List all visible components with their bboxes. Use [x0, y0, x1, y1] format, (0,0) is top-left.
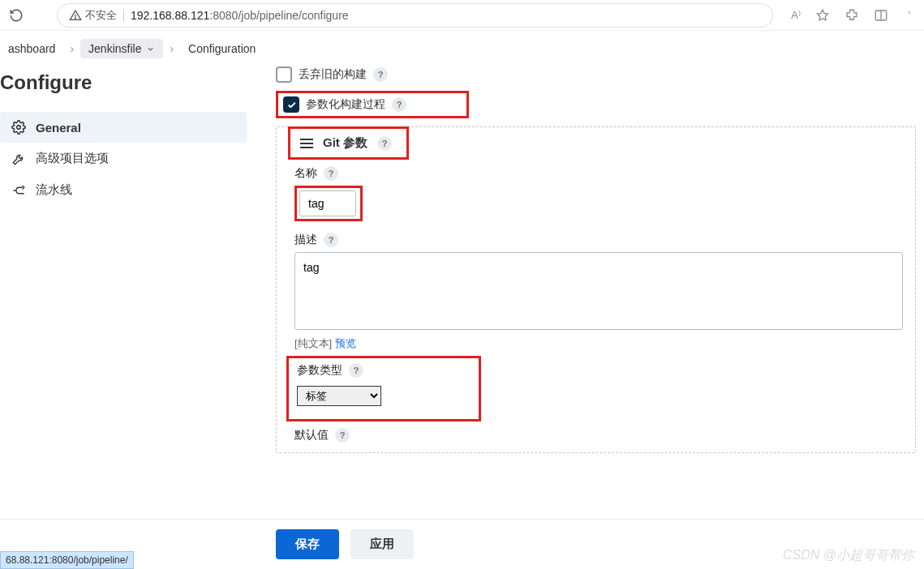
apply-button[interactable]: 应用: [350, 529, 414, 559]
plaintext-label: [纯文本]: [294, 337, 335, 349]
browser-toolbar: 不安全 192.168.88.121:8080/job/pipeline/con…: [0, 0, 924, 31]
divider: [123, 9, 124, 22]
insecure-label: 不安全: [85, 8, 117, 23]
discard-label: 丢弃旧的构建: [299, 67, 367, 82]
param-type-select[interactable]: 标签: [297, 386, 381, 406]
main-area: Configure General 高级项目选项 流水线: [0, 66, 924, 530]
name-field-block: 名称 ?: [277, 160, 915, 226]
extension-icon[interactable]: [844, 8, 859, 23]
name-label: 名称: [294, 166, 317, 181]
preview-row: [纯文本] 预览: [294, 336, 915, 351]
toolbar-icons: A⁾: [791, 8, 918, 23]
git-param-header[interactable]: Git 参数 ?: [288, 126, 409, 160]
chevron-right-icon: ›: [170, 42, 174, 55]
url-display: 192.168.88.121:8080/job/pipeline/configu…: [131, 9, 349, 22]
warning-icon: [69, 9, 82, 22]
sidebar-item-pipeline[interactable]: 流水线: [0, 174, 247, 206]
wrench-icon: [11, 152, 26, 166]
drag-handle-icon[interactable]: [300, 139, 313, 148]
text-size-button[interactable]: A⁾: [791, 9, 801, 21]
param-type-block: 参数类型 ? 标签: [286, 356, 481, 421]
pipeline-icon: [11, 183, 26, 198]
chevron-down-icon: [146, 45, 155, 53]
svg-point-3: [17, 126, 21, 130]
address-bar[interactable]: 不安全 192.168.88.121:8080/job/pipeline/con…: [57, 3, 773, 28]
breadcrumb-label: Jenkinsfile: [88, 42, 141, 55]
breadcrumb: ashboard › Jenkinsfile › Configuration: [0, 31, 924, 66]
sidebar-item-advanced[interactable]: 高级项目选项: [0, 143, 247, 174]
preview-link[interactable]: 预览: [335, 337, 356, 349]
save-button[interactable]: 保存: [276, 529, 339, 559]
sidebar-icon[interactable]: [874, 8, 888, 23]
help-icon[interactable]: ?: [349, 363, 363, 378]
sidebar-item-label: General: [36, 121, 81, 135]
default-value-block: 默认值 ?: [277, 421, 915, 452]
parametrized-label: 参数化构建过程: [306, 97, 385, 112]
param-type-label: 参数类型: [297, 363, 342, 378]
help-icon[interactable]: ?: [392, 97, 406, 112]
name-label-row: 名称 ?: [294, 166, 915, 181]
default-value-label: 默认值: [294, 428, 329, 443]
svg-point-0: [75, 18, 76, 19]
help-icon[interactable]: ?: [324, 233, 338, 247]
watermark: CSDN @小超哥哥帮你: [783, 547, 914, 564]
parametrized-checkbox[interactable]: [283, 96, 299, 113]
more-icon[interactable]: [903, 8, 914, 23]
page-title: Configure: [0, 66, 247, 112]
sidebar-item-label: 高级项目选项: [36, 151, 109, 166]
sidebar-list: General 高级项目选项 流水线: [0, 112, 247, 206]
name-input[interactable]: [299, 190, 356, 216]
description-label-row: 描述 ?: [294, 233, 915, 247]
sidebar-item-label: 流水线: [36, 182, 72, 198]
description-field-block: 描述 ? [纯文本] 预览: [277, 226, 915, 356]
help-icon[interactable]: ?: [377, 136, 392, 151]
reload-button[interactable]: [6, 6, 26, 25]
sidebar: Configure General 高级项目选项 流水线: [0, 66, 251, 530]
reload-icon: [9, 8, 24, 23]
gear-icon: [11, 120, 26, 135]
description-label: 描述: [294, 233, 317, 247]
status-bar: 68.88.121:8080/job/pipeline/: [0, 551, 134, 569]
git-param-frame: Git 参数 ? 名称 ? 描述 ? [纯文本] 预览: [276, 126, 916, 453]
star-icon[interactable]: [815, 8, 830, 23]
param-type-label-row: 参数类型 ?: [297, 363, 471, 378]
default-value-label-row: 默认值 ?: [294, 428, 915, 443]
sidebar-item-general[interactable]: General: [0, 112, 247, 143]
breadcrumb-configuration[interactable]: Configuration: [180, 39, 264, 58]
help-icon[interactable]: ?: [324, 166, 338, 181]
discard-checkbox[interactable]: [276, 66, 292, 83]
insecure-badge: 不安全: [69, 8, 117, 23]
description-textarea[interactable]: [294, 252, 903, 330]
content-area: 丢弃旧的构建 ? 参数化构建过程 ? Git 参数 ? 名称 ?: [251, 66, 924, 530]
git-param-title: Git 参数: [323, 135, 367, 151]
chevron-right-icon: ›: [70, 42, 74, 55]
discard-old-builds-row: 丢弃旧的构建 ?: [276, 66, 916, 83]
parametrized-build-row: 参数化构建过程 ?: [276, 91, 916, 118]
help-icon[interactable]: ?: [373, 67, 388, 82]
help-icon[interactable]: ?: [335, 428, 350, 443]
breadcrumb-jenkinsfile[interactable]: Jenkinsfile: [80, 39, 163, 58]
breadcrumb-dashboard[interactable]: ashboard: [0, 39, 63, 58]
